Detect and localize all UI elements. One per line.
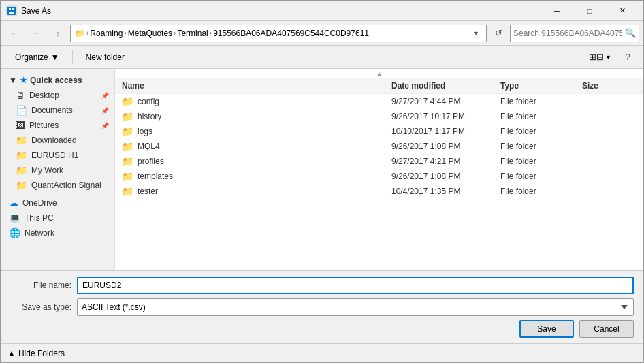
file-name: 📁 MQL4 [122, 141, 391, 152]
search-icon: 🔍 [625, 28, 636, 38]
file-name: 📁 history [122, 111, 391, 122]
filetype-select[interactable]: ASCII Text (*.csv) [77, 298, 634, 316]
filename-input[interactable] [77, 277, 634, 294]
pin-icon: 📌 [101, 107, 109, 114]
svg-rect-2 [12, 8, 14, 10]
cancel-button[interactable]: Cancel [579, 320, 634, 338]
window-controls: ─ □ ✕ [541, 1, 638, 21]
sidebar-item-desktop[interactable]: 🖥 Desktop 📌 [1, 88, 114, 103]
file-name: 📁 templates [122, 171, 391, 182]
sidebar-item-thispc[interactable]: 💻 This PC [1, 210, 114, 225]
window-icon [6, 5, 17, 16]
file-name: 📁 profiles [122, 156, 391, 167]
file-row[interactable]: 📁 logs 10/10/2017 1:17 PM File folder [115, 124, 643, 139]
onedrive-icon: ☁ [9, 198, 18, 208]
sidebar-item-quantaction[interactable]: 📁 QuantAction Signal [1, 178, 114, 193]
desktop-icon: 🖥 [16, 90, 25, 101]
folder-icon: 📁 [122, 111, 133, 122]
save-as-dialog: Save As ─ □ ✕ ← → ↑ 📁 › Roaming › MetaQu… [0, 0, 644, 363]
file-list-header: Name Date modified Type Size [115, 78, 643, 94]
sidebar-item-mywork[interactable]: 📁 My Work [1, 163, 114, 178]
window-title: Save As [21, 6, 541, 16]
file-area: ▲ Name Date modified Type Size 📁 config … [115, 69, 643, 270]
breadcrumb-metaquotes: MetaQuotes [128, 29, 172, 38]
organize-button[interactable]: Organize ▼ [7, 48, 67, 66]
folder-icon: 📁 [122, 186, 133, 197]
quick-access-header: ▼ ★ Quick access [1, 73, 114, 88]
svg-rect-3 [9, 12, 14, 14]
folder-icon: 📁 [16, 135, 27, 146]
folder-icon: 📁 [16, 180, 27, 191]
sidebar-item-downloaded[interactable]: 📁 Downloaded [1, 133, 114, 148]
search-input[interactable] [513, 29, 622, 38]
maximize-button[interactable]: □ [574, 1, 605, 21]
file-name: 📁 config [122, 96, 391, 107]
folder-icon: 📁 [122, 171, 133, 182]
address-dropdown-button[interactable]: ▼ [470, 25, 482, 42]
sidebar-item-network[interactable]: 🌐 Network [1, 225, 114, 240]
network-icon: 🌐 [9, 227, 20, 238]
view-button[interactable]: ⊞⊟ ▼ [584, 48, 616, 66]
file-name: 📁 logs [122, 126, 391, 137]
search-box: 🔍 [510, 25, 639, 42]
help-button[interactable]: ? [619, 48, 637, 66]
folder-icon: 📁 [122, 141, 133, 152]
quick-access-section: ▼ ★ Quick access 🖥 Desktop 📌 📄 Documents… [1, 73, 114, 193]
sidebar-item-eurusd[interactable]: 📁 EURUSD H1 [1, 148, 114, 163]
close-button[interactable]: ✕ [607, 1, 638, 21]
main-area: ▼ ★ Quick access 🖥 Desktop 📌 📄 Documents… [1, 69, 643, 270]
back-button[interactable]: ← [5, 25, 24, 42]
sidebar-item-onedrive[interactable]: ☁ OneDrive [1, 195, 114, 210]
filename-row: File name: [10, 277, 634, 294]
action-bar: Organize ▼ New folder ⊞⊟ ▼ ? [1, 46, 643, 69]
scroll-up-arrow: ▲ [115, 69, 643, 78]
filetype-row: Save as type: ASCII Text (*.csv) [10, 298, 634, 316]
bottom-area: File name: Save as type: ASCII Text (*.c… [1, 270, 643, 343]
svg-rect-0 [7, 7, 16, 15]
file-row[interactable]: 📁 config 9/27/2017 4:44 PM File folder [115, 94, 643, 109]
up-button[interactable]: ↑ [48, 25, 67, 42]
folder-icon: 📁 [122, 96, 133, 107]
folder-icon: 📁 [122, 156, 133, 167]
sidebar-item-pictures[interactable]: 🖼 Pictures 📌 [1, 118, 114, 133]
file-row[interactable]: 📁 history 9/26/2017 10:17 PM File folder [115, 109, 643, 124]
svg-rect-1 [9, 8, 11, 10]
title-bar: Save As ─ □ ✕ [1, 1, 643, 21]
documents-icon: 📄 [16, 105, 27, 116]
folder-icon: 📁 [16, 165, 27, 176]
save-button[interactable]: Save [519, 320, 574, 338]
address-bar[interactable]: 📁 › Roaming › MetaQuotes › Terminal › 91… [70, 25, 487, 42]
hide-folders-bar[interactable]: ▲ Hide Folders [1, 343, 643, 362]
breadcrumb-terminal: Terminal [177, 29, 208, 38]
pictures-icon: 🖼 [16, 120, 25, 131]
new-folder-button[interactable]: New folder [78, 48, 132, 66]
refresh-button[interactable]: ↺ [489, 25, 507, 42]
folder-icon: 📁 [122, 126, 133, 137]
bottom-buttons: Save Cancel [10, 320, 634, 338]
breadcrumb: 📁 › Roaming › MetaQuotes › Terminal › 91… [75, 29, 369, 38]
filetype-label: Save as type: [10, 302, 71, 312]
sidebar: ▼ ★ Quick access 🖥 Desktop 📌 📄 Documents… [1, 69, 115, 270]
folder-icon: 📁 [16, 150, 27, 161]
chevron-up-icon: ▲ [7, 349, 16, 358]
file-row[interactable]: 📁 templates 9/26/2017 1:08 PM File folde… [115, 169, 643, 184]
file-row[interactable]: 📁 MQL4 9/26/2017 1:08 PM File folder [115, 139, 643, 154]
computer-icon: 💻 [9, 212, 20, 223]
address-toolbar: ← → ↑ 📁 › Roaming › MetaQuotes › Termina… [1, 21, 643, 46]
minimize-button[interactable]: ─ [541, 1, 573, 21]
file-name: 📁 tester [122, 186, 391, 197]
forward-button[interactable]: → [27, 25, 46, 42]
pin-icon: 📌 [101, 92, 109, 99]
file-row[interactable]: 📁 tester 10/4/2017 1:35 PM File folder [115, 184, 643, 199]
filename-label: File name: [10, 281, 71, 290]
pin-icon: 📌 [101, 122, 109, 129]
sidebar-item-documents[interactable]: 📄 Documents 📌 [1, 103, 114, 118]
file-row[interactable]: 📁 profiles 9/27/2017 4:21 PM File folder [115, 154, 643, 169]
breadcrumb-folder: 915566BA06ADA407569C544CC0D97611 [213, 29, 369, 38]
breadcrumb-roaming: Roaming [90, 29, 123, 38]
separator [72, 50, 73, 64]
